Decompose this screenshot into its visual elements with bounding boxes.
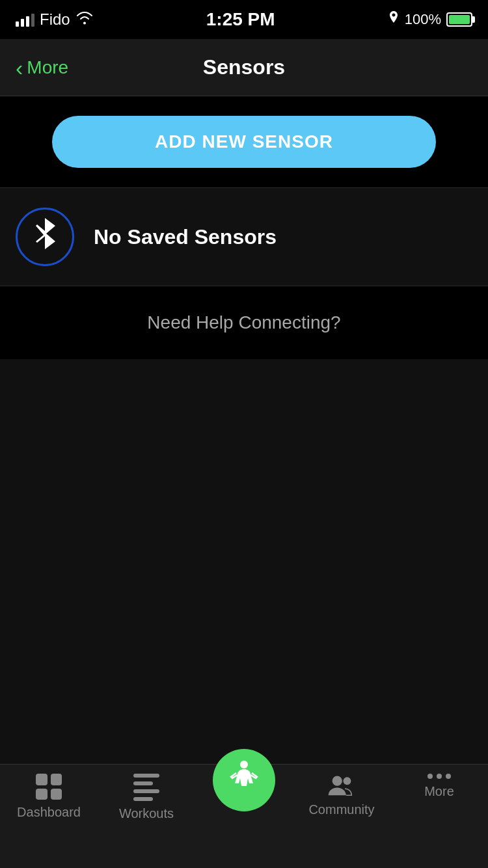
bluetooth-icon-wrapper: [16, 208, 74, 266]
page-title: Sensors: [203, 55, 285, 79]
tab-more-label: More: [424, 784, 454, 799]
no-sensors-label: No Saved Sensors: [94, 225, 277, 249]
tab-bar: Dashboard Workouts: [0, 764, 488, 868]
nav-bar: ‹ More Sensors: [0, 39, 488, 96]
tab-workouts-label: Workouts: [119, 806, 174, 821]
back-button[interactable]: ‹ More: [16, 57, 68, 79]
tab-community[interactable]: Community: [293, 774, 390, 817]
tab-more[interactable]: More: [390, 774, 488, 799]
dashboard-icon: [36, 774, 62, 800]
signal-icon: [16, 12, 34, 27]
svg-point-0: [240, 761, 248, 768]
back-chevron-icon: ‹: [16, 57, 23, 79]
wifi-icon: [75, 10, 94, 29]
status-left: Fido: [16, 10, 94, 29]
svg-point-1: [332, 776, 342, 786]
content-spacer: [0, 359, 488, 764]
help-section[interactable]: Need Help Connecting?: [0, 286, 488, 359]
back-label: More: [27, 57, 68, 78]
status-bar: Fido 1:25 PM 100%: [0, 0, 488, 39]
bluetooth-icon: [32, 217, 58, 257]
location-icon: [388, 11, 400, 29]
figure-icon: [228, 760, 260, 800]
tab-dashboard[interactable]: Dashboard: [0, 774, 98, 820]
svg-point-2: [344, 777, 351, 785]
tab-dashboard-label: Dashboard: [17, 805, 81, 820]
tab-center[interactable]: [195, 749, 293, 817]
center-button[interactable]: [213, 749, 275, 811]
status-time: 1:25 PM: [206, 9, 275, 30]
sensor-list-section: No Saved Sensors: [0, 188, 488, 286]
battery-icon: [446, 12, 472, 27]
community-icon: [327, 774, 356, 797]
workouts-icon: [133, 774, 159, 801]
carrier-label: Fido: [40, 10, 70, 29]
more-icon: [427, 774, 451, 779]
add-sensor-button[interactable]: ADD NEW SENSOR: [52, 116, 436, 168]
main-content: ADD NEW SENSOR No Saved Sensors Need Hel…: [0, 96, 488, 764]
tab-workouts[interactable]: Workouts: [98, 774, 195, 821]
help-text[interactable]: Need Help Connecting?: [147, 312, 340, 333]
status-right: 100%: [388, 11, 472, 29]
add-sensor-section: ADD NEW SENSOR: [0, 96, 488, 188]
battery-percent: 100%: [405, 11, 441, 28]
tab-community-label: Community: [308, 802, 374, 817]
